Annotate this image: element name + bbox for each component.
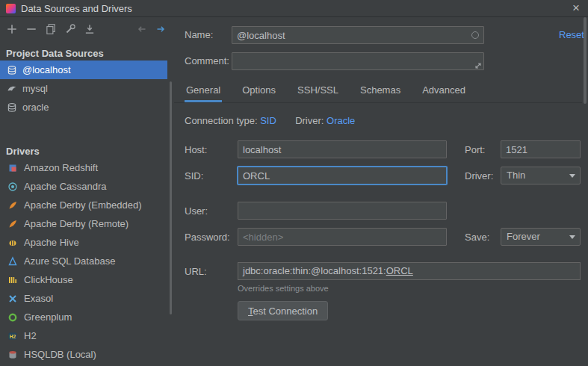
connection-type-label: Connection type: xyxy=(185,115,258,126)
save-select[interactable]: Forever xyxy=(501,228,581,246)
chevron-down-icon xyxy=(569,174,575,178)
wrench-icon[interactable] xyxy=(64,23,76,35)
driver-label: Amazon Redshift xyxy=(24,162,98,173)
import-icon[interactable] xyxy=(84,23,96,35)
driver-label: Apache Cassandra xyxy=(24,181,107,192)
mysql-dolphin-icon xyxy=(7,84,17,94)
comment-input[interactable] xyxy=(232,52,484,70)
data-sources-dialog: Data Sources and Drivers × xyxy=(0,0,588,366)
azure-triangle-icon xyxy=(7,256,18,267)
driver-item-clickhouse[interactable]: ClickHouse xyxy=(0,270,174,289)
greenplum-ring-icon xyxy=(7,312,18,323)
driver-item-h2[interactable]: H2 H2 xyxy=(0,326,174,345)
exasol-x-icon xyxy=(7,294,18,304)
driver-label: Apache Derby (Embedded) xyxy=(24,199,142,211)
data-source-label: mysql xyxy=(22,83,48,94)
driver-label: Apache Derby (Remote) xyxy=(24,218,129,229)
connection-driver-value-link[interactable]: Oracle xyxy=(327,115,355,126)
save-select-value: Forever xyxy=(501,229,580,245)
main-panel: Name: Reset Comment: General Options SSH… xyxy=(174,17,588,366)
driver-item-apache-derby-embedded[interactable]: Apache Derby (Embedded) xyxy=(0,196,174,214)
titlebar: Data Sources and Drivers × xyxy=(0,0,588,17)
connection-type-line: Connection type: SID Driver: Oracle xyxy=(185,115,355,126)
save-label: Save: xyxy=(465,232,489,243)
dialog-title: Data Sources and Drivers xyxy=(21,3,132,14)
expand-editor-icon[interactable] xyxy=(474,62,482,69)
password-label: Password: xyxy=(185,232,230,243)
driver-item-azure-sql-database[interactable]: Azure SQL Database xyxy=(0,252,174,270)
apache-derby-feather-icon xyxy=(7,219,18,229)
driver-item-apache-derby-remote[interactable]: Apache Derby (Remote) xyxy=(0,214,174,233)
driver-label: ClickHouse xyxy=(24,274,73,285)
driver-label: Driver: xyxy=(465,170,493,182)
url-value-highlight: ORCL xyxy=(386,265,413,276)
name-input[interactable] xyxy=(232,26,484,44)
database-icon xyxy=(7,65,17,75)
remove-icon[interactable] xyxy=(25,23,37,35)
app-logo-icon xyxy=(6,4,16,13)
password-input[interactable] xyxy=(238,228,447,246)
sid-input[interactable] xyxy=(238,167,447,184)
port-input[interactable] xyxy=(501,140,581,158)
driver-label: Greenplum xyxy=(24,311,72,323)
sidebar-toolbar xyxy=(0,17,174,41)
driver-item-apache-cassandra[interactable]: Apache Cassandra xyxy=(0,177,174,196)
host-input[interactable] xyxy=(238,140,447,158)
driver-item-amazon-redshift[interactable]: Amazon Redshift xyxy=(0,158,174,177)
driver-item-greenplum[interactable]: Greenplum xyxy=(0,308,174,326)
data-source-label: @localhost xyxy=(22,64,71,75)
tab-advanced[interactable]: Advanced xyxy=(421,78,467,102)
url-label: URL: xyxy=(185,266,207,277)
hsqldb-database-icon xyxy=(7,350,18,360)
svg-text:H2: H2 xyxy=(10,333,16,338)
reset-link[interactable]: Reset xyxy=(559,29,584,40)
tab-schemas[interactable]: Schemas xyxy=(359,78,402,102)
sidebar: Project Data Sources @localhost mysql or… xyxy=(0,17,174,366)
user-input[interactable] xyxy=(238,202,447,220)
driver-select[interactable]: Thin xyxy=(501,167,581,184)
sidebar-scrollbar[interactable] xyxy=(170,81,172,314)
driver-select-value: Thin xyxy=(501,167,580,184)
tab-ssh-ssl[interactable]: SSH/SSL xyxy=(296,78,340,102)
drivers-header: Drivers xyxy=(0,140,174,158)
data-source-item-oracle[interactable]: oracle xyxy=(0,98,167,117)
sid-label: SID: xyxy=(185,170,203,182)
data-source-item-localhost[interactable]: @localhost xyxy=(0,61,167,79)
tab-options[interactable]: Options xyxy=(241,78,277,102)
port-label: Port: xyxy=(465,144,485,155)
duplicate-icon[interactable] xyxy=(45,23,57,35)
tab-separator xyxy=(174,102,582,103)
driver-label: HSQLDB (Local) xyxy=(24,349,96,360)
driver-item-hsqldb-local[interactable]: HSQLDB (Local) xyxy=(0,345,174,364)
data-source-item-mysql[interactable]: mysql xyxy=(0,79,167,98)
main-scrollbar[interactable] xyxy=(584,17,587,104)
apache-derby-feather-icon xyxy=(7,200,18,211)
driver-item-exasol[interactable]: Exasol xyxy=(0,289,174,308)
connection-type-value-link[interactable]: SID xyxy=(260,115,276,126)
tab-general[interactable]: General xyxy=(185,78,222,102)
host-label: Host: xyxy=(185,144,207,155)
driver-label: Azure SQL Database xyxy=(24,255,115,267)
driver-label: Exasol xyxy=(24,293,53,304)
url-input[interactable]: jdbc:oracle:thin:@localhost:1521:ORCL xyxy=(238,262,581,280)
chevron-down-icon xyxy=(569,235,575,239)
connection-driver-label: Driver: xyxy=(295,115,324,126)
driver-label: Apache Hive xyxy=(24,237,79,248)
amazon-redshift-icon xyxy=(7,163,18,173)
driver-label: H2 xyxy=(24,330,37,341)
clickhouse-bars-icon xyxy=(7,275,18,285)
driver-item-apache-hive[interactable]: Apache Hive xyxy=(0,233,174,252)
database-icon xyxy=(7,102,17,113)
test-connection-button[interactable]: Test Connection xyxy=(238,301,328,320)
project-data-sources-header: Project Data Sources xyxy=(0,43,174,61)
h2-logo-icon: H2 xyxy=(7,331,18,341)
back-arrow-icon[interactable] xyxy=(137,24,147,34)
apache-cassandra-icon xyxy=(7,182,18,192)
url-value-prefix: jdbc:oracle:thin:@localhost:1521: xyxy=(243,265,386,276)
forward-arrow-icon[interactable] xyxy=(155,24,166,34)
test-connection-label: Test Connection xyxy=(248,305,318,317)
close-icon[interactable]: × xyxy=(572,0,580,16)
name-generated-indicator-icon xyxy=(471,31,479,39)
tab-bar: General Options SSH/SSL Schemas Advanced xyxy=(185,78,486,102)
add-icon[interactable] xyxy=(6,23,18,35)
